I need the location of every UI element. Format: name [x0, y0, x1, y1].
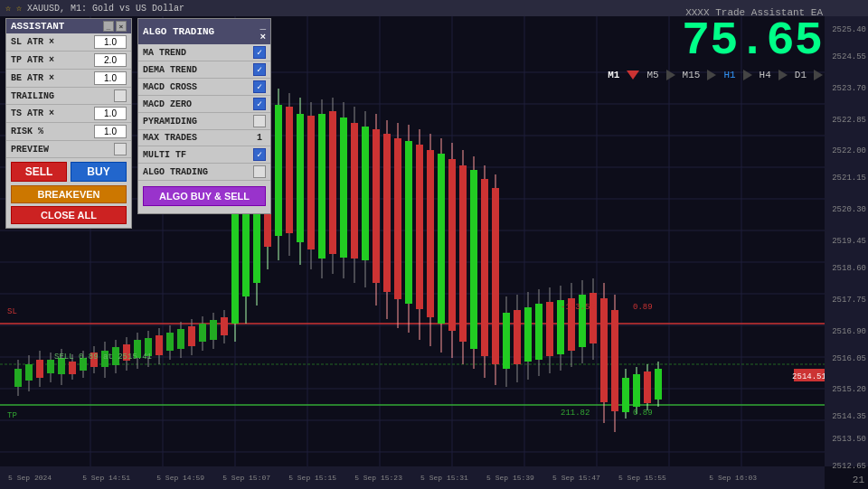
time-scale: 5 Sep 2024 5 Sep 14:51 5 Sep 14:59 5 Sep… — [0, 466, 825, 489]
assistant-risk-row: RISK % — [6, 123, 131, 141]
assistant-ts-atr-row: TS ATR × — [6, 105, 131, 123]
preview-checkbox[interactable] — [114, 143, 127, 155]
time-tick: 5 Sep 14:59 — [156, 474, 204, 482]
sl-lots: 0.89 — [633, 303, 653, 312]
tp-atr-label: TP ATR × — [11, 55, 94, 65]
algo-title: ALGO TRADING — [143, 26, 214, 37]
svg-rect-29 — [25, 364, 33, 381]
price-tick: 2512.65 — [832, 462, 866, 471]
svg-rect-89 — [351, 123, 358, 259]
risk-input[interactable] — [94, 125, 127, 138]
algo-ma-trend-row: MA TREND — [138, 44, 270, 61]
macd-zero-checkbox[interactable] — [253, 98, 266, 110]
price-tick: 2524.55 — [832, 52, 866, 61]
assistant-sl-atr-row: SL ATR × — [6, 33, 131, 52]
time-tick: 5 Sep 15:39 — [486, 474, 534, 482]
svg-rect-61 — [188, 326, 195, 346]
price-tick: 2516.90 — [832, 327, 866, 336]
multi-tf-checkbox[interactable] — [253, 148, 266, 161]
assistant-title-bar: ASSISTANT _ × — [6, 19, 131, 33]
algo-close-button[interactable]: × — [259, 32, 266, 42]
tf-down-arrow — [627, 71, 639, 80]
macd-cross-checkbox[interactable] — [253, 80, 266, 93]
chart-symbol: XAUUSD, M1: Gold vs US Dollar — [27, 4, 184, 14]
svg-text:2514.51: 2514.51 — [792, 372, 825, 381]
algo-trading-checkbox[interactable] — [253, 165, 266, 178]
price-tick: 2518.60 — [832, 264, 866, 273]
sell-buy-row: SELL BUY — [6, 158, 131, 185]
tf-m1[interactable]: M1 — [604, 68, 623, 82]
svg-rect-105 — [438, 154, 445, 324]
algo-trading-label: ALGO TRADING — [143, 167, 253, 177]
be-atr-input[interactable] — [94, 71, 127, 85]
algo-pyramiding-row: PYRAMIDING — [138, 113, 270, 130]
algo-macd-zero-row: MACD ZERO — [138, 96, 270, 113]
svg-rect-75 — [275, 105, 282, 236]
algo-buy-sell-button[interactable]: ALGO BUY & SELL — [143, 186, 266, 206]
tf-m5[interactable]: M5 — [643, 68, 662, 82]
tp-atr-input[interactable] — [94, 53, 127, 67]
sl-atr-input[interactable] — [94, 35, 127, 49]
price-scale: 2525.40 2524.55 2523.70 2522.85 2522.00 … — [825, 16, 868, 466]
tf-right-arrow-1 — [666, 70, 675, 80]
assistant-tp-atr-row: TP ATR × — [6, 52, 131, 70]
ts-atr-label: TS ATR × — [11, 108, 94, 118]
sl-atr-label: SL ATR × — [11, 37, 94, 47]
svg-rect-135 — [600, 298, 608, 402]
price-tick: 2523.70 — [832, 84, 866, 93]
price-display: XXXX Trade Assistant EA 75.65 — [682, 7, 823, 65]
timeframe-bar: M1 M5 M15 H1 H4 D1 — [604, 68, 823, 82]
algo-multi-tf-row: MULTI TF — [138, 146, 270, 164]
assistant-be-atr-row: BE ATR × — [6, 70, 131, 88]
algo-minimize-button[interactable]: _ — [259, 21, 266, 32]
tp-value: 211.82 — [561, 409, 590, 418]
tf-right-arrow-3 — [743, 70, 752, 80]
assistant-close-button[interactable]: × — [116, 21, 127, 32]
assistant-minimize-button[interactable]: _ — [103, 21, 114, 32]
tf-right-arrow-2 — [707, 70, 716, 80]
svg-rect-63 — [199, 324, 206, 342]
preview-label: PREVIEW — [11, 145, 114, 155]
svg-rect-65 — [210, 320, 217, 340]
svg-rect-133 — [590, 293, 597, 343]
closeall-button[interactable]: CLOSE ALL — [11, 206, 127, 224]
svg-rect-111 — [470, 170, 477, 349]
ts-atr-input[interactable] — [94, 107, 127, 120]
svg-rect-113 — [481, 179, 488, 356]
assistant-panel: ASSISTANT _ × SL ATR × TP ATR × BE ATR ×… — [5, 18, 132, 229]
svg-rect-109 — [459, 165, 467, 342]
breakeven-button[interactable]: BREAKEVEN — [11, 185, 127, 203]
closeall-row: CLOSE ALL — [6, 206, 131, 228]
svg-rect-119 — [514, 310, 521, 364]
sell-label: SELL 0.89 at 2515.41 — [54, 353, 152, 362]
algo-dema-trend-row: DEMA TREND — [138, 61, 270, 79]
price-tick: 2515.20 — [832, 385, 866, 394]
buy-button[interactable]: BUY — [71, 162, 127, 182]
svg-rect-87 — [340, 118, 347, 258]
risk-label: RISK % — [11, 127, 94, 136]
dema-trend-checkbox[interactable] — [253, 63, 266, 76]
ma-trend-checkbox[interactable] — [253, 46, 266, 59]
ma-trend-label: MA TREND — [143, 48, 253, 58]
algo-macd-cross-row: MACD CROSS — [138, 79, 270, 96]
tf-d1[interactable]: D1 — [791, 68, 810, 82]
price-tick: 2519.45 — [832, 237, 866, 246]
svg-rect-103 — [427, 150, 434, 317]
trailing-checkbox[interactable] — [114, 89, 127, 102]
price-tick: 2522.00 — [832, 146, 866, 155]
svg-rect-95 — [383, 134, 391, 292]
dema-trend-label: DEMA TREND — [143, 65, 253, 75]
sell-button[interactable]: SELL — [11, 162, 67, 182]
trailing-label: TRAILING — [11, 91, 114, 101]
algo-max-trades-row: MAX TRADES 1 — [138, 130, 270, 146]
pyramiding-checkbox[interactable] — [253, 115, 266, 127]
time-tick: 5 Sep 15:31 — [420, 474, 468, 482]
time-tick: 5 Sep 15:07 — [222, 474, 270, 482]
time-tick: 5 Sep 2024 — [8, 474, 52, 482]
tf-h4[interactable]: H4 — [756, 68, 775, 82]
algo-trading-row: ALGO TRADING — [138, 164, 270, 181]
sl-label: SL — [7, 307, 17, 316]
tf-h1[interactable]: H1 — [720, 68, 739, 82]
tf-m15[interactable]: M15 — [679, 68, 704, 82]
svg-rect-107 — [448, 159, 456, 331]
